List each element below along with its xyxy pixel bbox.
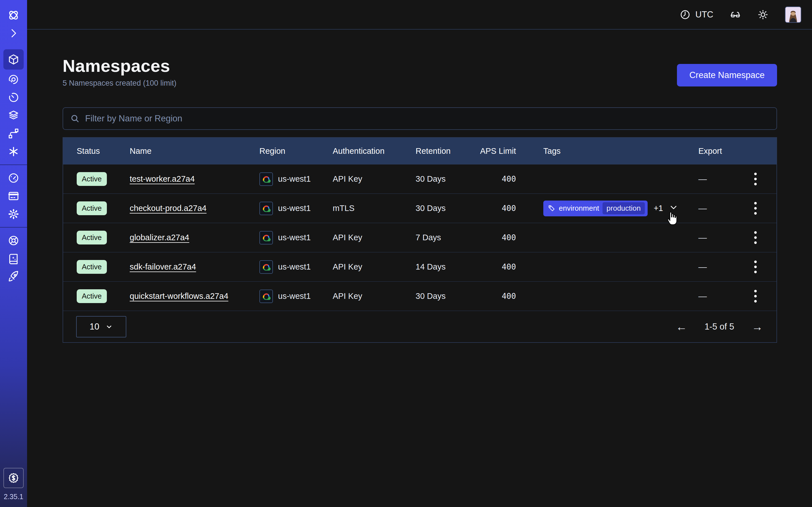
export-value: —	[698, 174, 707, 184]
page-size-select[interactable]: 10	[76, 316, 126, 337]
timezone-label: UTC	[695, 10, 713, 20]
col-header-aps-limit: APS Limit	[480, 147, 516, 156]
region-label: us-west1	[278, 204, 311, 213]
region-label: us-west1	[278, 174, 311, 184]
search-icon	[70, 114, 80, 124]
sidebar-item-batch[interactable]	[3, 144, 24, 160]
tags-expand-button[interactable]	[669, 203, 678, 214]
region-label: us-west1	[278, 291, 311, 301]
namespace-link[interactable]: checkout-prod.a27a4	[130, 204, 206, 213]
sidebar-item-schedules[interactable]	[3, 89, 24, 106]
namespace-link[interactable]: globalizer.a27a4	[130, 233, 189, 242]
tag-chip[interactable]: environment production	[543, 201, 648, 216]
auth-value: mTLS	[333, 204, 416, 213]
incognito-toggle[interactable]	[730, 9, 741, 20]
row-menu-button[interactable]	[753, 288, 758, 304]
sidebar-divider	[0, 165, 27, 165]
avatar-image	[785, 7, 801, 22]
col-header-retention: Retention	[416, 147, 480, 156]
prev-page-button[interactable]: ←	[676, 321, 687, 332]
retention-value: 7 Days	[416, 233, 480, 242]
page-size-value: 10	[90, 322, 99, 332]
auth-value: API Key	[333, 291, 416, 301]
credits-button[interactable]	[3, 468, 24, 488]
export-value: —	[698, 233, 707, 242]
col-header-name: Name	[130, 147, 259, 156]
aps-limit-value: 400	[502, 233, 516, 242]
row-menu-button[interactable]	[753, 171, 758, 187]
layers-icon	[7, 109, 20, 122]
col-header-tags: Tags	[516, 147, 695, 156]
namespace-link[interactable]: quickstart-workflows.a27a4	[130, 291, 229, 300]
user-avatar[interactable]	[785, 6, 801, 23]
branch-icon	[7, 127, 20, 140]
sidebar-item-namespaces[interactable]	[3, 49, 24, 69]
theme-toggle[interactable]	[757, 9, 769, 20]
sidebar-item-nexus[interactable]	[3, 125, 24, 142]
rocket-icon	[7, 270, 20, 283]
billing-card-icon	[7, 190, 20, 202]
export-value: —	[698, 204, 707, 213]
col-header-status: Status	[77, 147, 130, 156]
namespaces-table: Status Name Region Authentication Retent…	[63, 137, 777, 343]
sidebar-item-workflows[interactable]	[3, 71, 24, 88]
docs-book-icon	[7, 252, 20, 265]
sidebar-item-billing[interactable]	[3, 188, 24, 204]
row-menu-button[interactable]	[753, 230, 758, 245]
clock-icon	[679, 9, 691, 20]
retention-value: 30 Days	[416, 204, 480, 213]
row-menu-button[interactable]	[753, 259, 758, 275]
namespace-link[interactable]: test-worker.a27a4	[130, 174, 195, 183]
sidebar-item-docs[interactable]	[3, 250, 24, 267]
gcp-cloud-icon	[259, 260, 273, 274]
gear-icon	[7, 208, 20, 220]
temporal-logo[interactable]	[3, 7, 24, 23]
namespace-link[interactable]: sdk-failover.a27a4	[130, 262, 196, 271]
sidebar-item-usage[interactable]	[3, 170, 24, 186]
status-badge: Active	[77, 172, 107, 186]
create-namespace-button[interactable]: Create Namespace	[677, 64, 777, 87]
status-badge: Active	[77, 202, 107, 215]
aps-limit-value: 400	[502, 291, 516, 301]
filter-input[interactable]	[85, 114, 770, 124]
gcp-cloud-icon	[259, 172, 273, 186]
tag-icon	[548, 205, 555, 212]
timer-icon	[7, 91, 20, 104]
export-value: —	[698, 291, 707, 301]
sidebar-item-settings[interactable]	[3, 206, 24, 222]
sidebar-item-deployments[interactable]	[3, 107, 24, 124]
status-badge: Active	[77, 260, 107, 274]
sidebar-expand-button[interactable]	[3, 25, 24, 41]
aps-limit-value: 400	[502, 204, 516, 213]
asterisk-icon	[7, 145, 20, 158]
gcp-cloud-icon	[259, 290, 273, 303]
glasses-icon	[730, 9, 741, 20]
next-page-button[interactable]: →	[752, 321, 763, 332]
main-content: Namespaces 5 Namespaces created (100 lim…	[27, 57, 812, 343]
row-menu-button[interactable]	[753, 200, 758, 216]
auth-value: API Key	[333, 262, 416, 272]
tag-key: environment	[559, 204, 599, 213]
sidebar-divider	[0, 227, 27, 228]
auth-value: API Key	[333, 233, 416, 242]
col-header-authentication: Authentication	[333, 147, 416, 156]
table-row: Active test-worker.a27a4 us-west1 API Ke…	[63, 164, 776, 193]
aps-limit-value: 400	[502, 262, 516, 272]
filter-bar[interactable]	[63, 107, 777, 130]
sidebar-item-support[interactable]	[3, 232, 24, 249]
region-label: us-west1	[278, 262, 311, 272]
table-header-row: Status Name Region Authentication Retent…	[63, 138, 776, 164]
orbit-eye-icon	[7, 73, 20, 86]
aps-limit-value: 400	[502, 174, 516, 184]
badge-dollar-icon	[7, 472, 20, 484]
timezone-selector[interactable]: UTC	[679, 9, 713, 20]
page-subtitle: 5 Namespaces created (100 limit)	[63, 79, 176, 88]
cube-icon	[7, 53, 20, 66]
tag-value: production	[603, 202, 645, 214]
retention-value: 30 Days	[416, 291, 480, 301]
retention-value: 14 Days	[416, 262, 480, 272]
sidebar-item-getting-started[interactable]	[3, 269, 24, 285]
app-version: 2.35.1	[4, 493, 23, 503]
pagination-range: 1-5 of 5	[705, 322, 734, 332]
table-row: Active globalizer.a27a4 us-west1 API Key…	[63, 223, 776, 252]
